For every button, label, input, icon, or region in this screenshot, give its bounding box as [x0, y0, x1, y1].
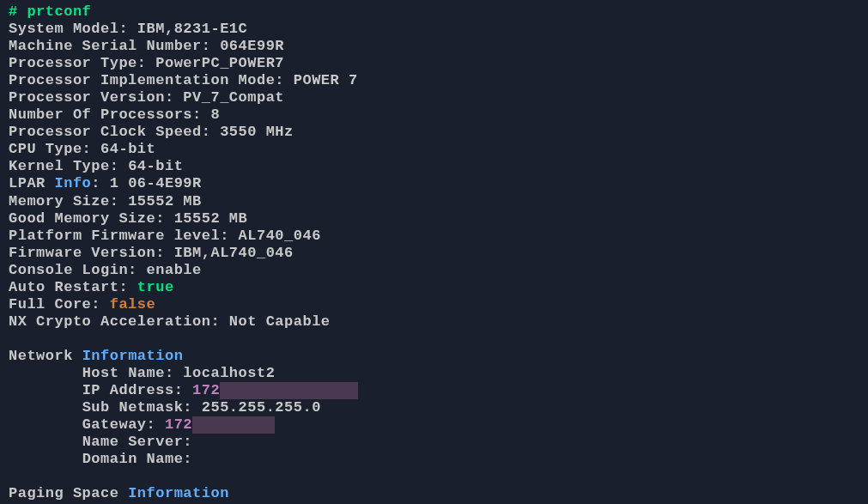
serial-line: Machine Serial Number: 064E99R: [9, 38, 859, 55]
paging-header: Paging Space Information: [9, 485, 859, 502]
ip-line: IP Address: 172: [9, 382, 859, 399]
fwlevel-line: Platform Firmware level: AL740_046: [9, 228, 859, 245]
gw-partial: 172: [165, 416, 192, 433]
nxcrypto-line: NX Crypto Acceleration: Not Capable: [9, 313, 859, 331]
value: IBM,8231-E1C: [137, 21, 247, 37]
lpar-line: LPAR Info: 1 06-4E99R: [9, 175, 859, 192]
indent: [9, 382, 82, 398]
label: Processor Version:: [9, 89, 183, 106]
cputype-line: CPU Type: 64-bit: [9, 141, 859, 158]
label: Console Login:: [9, 262, 147, 278]
kerntype-line: Kernel Type: 64-bit: [9, 158, 859, 175]
gateway-line: Gateway: 172: [9, 416, 859, 434]
fwver-line: Firmware Version: IBM,AL740_046: [9, 245, 859, 262]
value: 3550 MHz: [220, 124, 294, 140]
proc-impl-line: Processor Implementation Mode: POWER 7: [9, 72, 859, 89]
network-header: Network Information: [9, 348, 859, 365]
value: enable: [147, 262, 202, 278]
prefix: Paging Space: [9, 485, 128, 501]
label: Processor Type:: [9, 55, 155, 71]
domainname-line: Domain Name:: [9, 451, 859, 468]
indent: [9, 416, 82, 433]
label: Memory Size:: [9, 193, 128, 209]
indent: [9, 434, 82, 450]
nproc-line: Number Of Processors: 8: [9, 106, 859, 124]
indent: [9, 399, 82, 416]
fullcore-line: Full Core: false: [9, 296, 859, 313]
redacted-block: [220, 382, 358, 399]
label: Auto Restart:: [9, 279, 137, 295]
host-line: Host Name: localhost2: [9, 365, 859, 382]
clock-line: Processor Clock Speed: 3550 MHz: [9, 124, 859, 141]
prefix: Network: [9, 348, 82, 364]
blank-line: [9, 331, 859, 348]
label: Sub Netmask:: [82, 399, 202, 416]
indent: [9, 365, 82, 381]
value: IBM,AL740_046: [174, 245, 294, 261]
value: true: [137, 279, 174, 295]
label: Machine Serial Number:: [9, 38, 220, 54]
system-model-line: System Model: IBM,8231-E1C: [9, 21, 859, 38]
value: 15552 MB: [174, 210, 248, 227]
info-word: Info: [55, 175, 92, 191]
value: 1 06-4E99R: [110, 175, 202, 191]
value: false: [110, 296, 156, 313]
value: localhost2: [183, 365, 275, 381]
value: POWER 7: [294, 72, 358, 88]
label: IP Address:: [82, 382, 192, 398]
value: 15552 MB: [128, 193, 202, 209]
redacted-block: [192, 416, 275, 434]
label: NX Crypto Acceleration:: [9, 313, 229, 330]
label: Good Memory Size:: [9, 210, 174, 227]
goodmem-line: Good Memory Size: 15552 MB: [9, 210, 859, 228]
label: Name Server:: [82, 434, 192, 450]
command-line[interactable]: # prtconf: [9, 3, 859, 21]
console-line: Console Login: enable: [9, 262, 859, 279]
mem-line: Memory Size: 15552 MB: [9, 193, 859, 210]
label: Host Name:: [82, 365, 184, 381]
label: System Model:: [9, 21, 137, 37]
label-suffix: :: [91, 175, 109, 191]
label: Processor Implementation Mode:: [9, 72, 294, 88]
value: 64-bit: [100, 141, 155, 157]
nameserver-line: Name Server:: [9, 434, 859, 451]
value: 8: [210, 106, 220, 123]
value: PowerPC_POWER7: [155, 55, 284, 71]
proc-ver-line: Processor Version: PV_7_Compat: [9, 89, 859, 106]
label: Platform Firmware level:: [9, 228, 239, 244]
label: Firmware Version:: [9, 245, 174, 261]
info-word: Information: [82, 348, 184, 364]
label: Gateway:: [82, 416, 165, 433]
label: Processor Clock Speed:: [9, 124, 220, 140]
info-word: Information: [128, 485, 229, 501]
prompt: #: [9, 3, 27, 20]
value: AL740_046: [239, 228, 321, 244]
value: Not Capable: [229, 313, 331, 330]
mask-line: Sub Netmask: 255.255.255.0: [9, 399, 859, 416]
value: PV_7_Compat: [183, 89, 284, 106]
ip-partial: 172: [192, 382, 220, 398]
label: CPU Type:: [9, 141, 100, 157]
autorestart-line: Auto Restart: true: [9, 279, 859, 296]
label: Number Of Processors:: [9, 106, 210, 123]
label: Kernel Type:: [9, 158, 128, 174]
indent: [9, 451, 82, 467]
label: Domain Name:: [82, 451, 192, 467]
label: Full Core:: [9, 296, 110, 313]
blank-line: [9, 468, 859, 485]
proc-type-line: Processor Type: PowerPC_POWER7: [9, 55, 859, 72]
command: prtconf: [27, 3, 91, 20]
value: 64-bit: [128, 158, 183, 174]
label-prefix: LPAR: [9, 175, 55, 191]
value: 064E99R: [220, 38, 284, 54]
value: 255.255.255.0: [202, 399, 321, 416]
